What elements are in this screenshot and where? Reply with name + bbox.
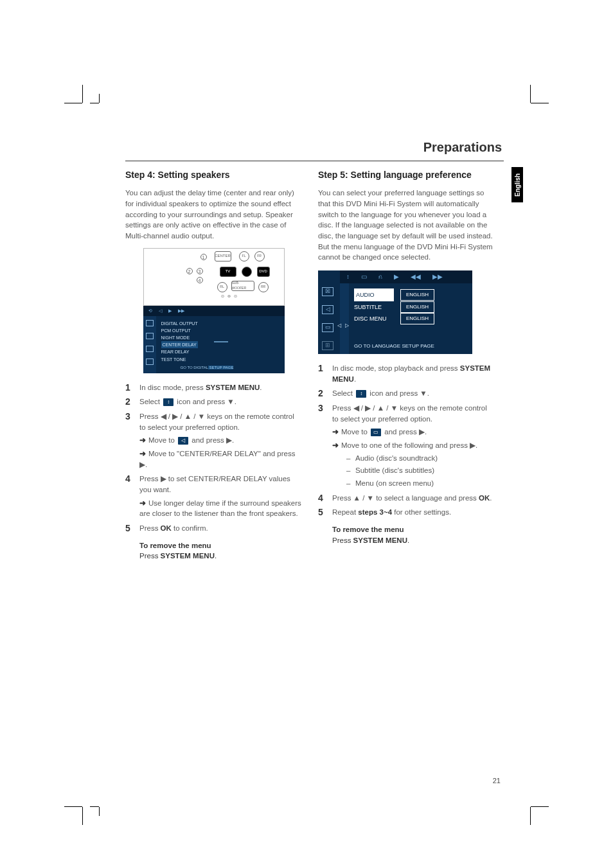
osd-left-icon: ◁ (322, 305, 333, 314)
step-number: 4 (125, 472, 130, 485)
crop-mark (82, 807, 83, 825)
osd-top-icon: ▶▶ (178, 308, 184, 314)
step-number: 3 (125, 410, 130, 423)
osd-top-icon: ▶ (394, 272, 399, 282)
arrow-icon: ➜ (332, 428, 339, 436)
speaker-icon: ◁ (178, 437, 188, 445)
step-number: 2 (318, 387, 323, 400)
speaker-rl: RL (217, 282, 227, 292)
osd-top-icon: ▶ (168, 308, 172, 314)
osd-left-icon: ▭ (322, 323, 333, 332)
step-number: 2 (125, 395, 130, 408)
remove-title: To remove the menu (332, 526, 404, 533)
speaker-fr: FR (254, 251, 265, 261)
step5-list: 1 In disc mode, stop playback and press … (318, 363, 495, 518)
osd-screenshot-figure: ⟲ ◁ ▶ ▶▶ DIGITAL OUTPUT PCM OUTPUT NIGHT… (143, 306, 285, 373)
osd-top-icon: ⎌ (378, 272, 382, 282)
speaker-fl: FL (239, 251, 249, 261)
osd-footer: GO TO DIGITAL SETUP PAGE (181, 365, 234, 371)
osd-top-icon: ◀◀ (411, 272, 421, 282)
osd-top-icon: ▭ (361, 272, 367, 282)
step4-list: 1 In disc mode, press SYSTEM MENU. 2 Sel… (125, 382, 302, 534)
crop-mark (530, 807, 531, 825)
osd-footer: GO TO LANGUAGE SETUP PAGE (354, 342, 434, 350)
display-icon: ▭ (371, 429, 381, 436)
callout-1: 1 (200, 254, 207, 260)
osd-left-icon (146, 320, 154, 326)
crop-mark (531, 103, 549, 103)
step-number: 5 (125, 522, 130, 535)
arrow-icon: ➜ (332, 441, 339, 449)
arrow-icon: ➜ (139, 436, 146, 444)
remove-menu-block: To remove the menu Press SYSTEM MENU. (318, 524, 495, 545)
crop-mark (99, 94, 100, 103)
page: Preparations English Step 4: Setting spe… (0, 0, 613, 868)
osd-menu-item-highlight: CENTER DELAY (161, 341, 198, 348)
osd-left-icon: ⊞ (322, 341, 333, 350)
dash-item: Subtitle (disc's subtitles) (332, 465, 495, 476)
list-item: 4 Press ▲ / ▼ to select a language and p… (318, 493, 495, 504)
callout-4: 4 (197, 277, 203, 283)
step5-intro: You can select your preferred language s… (318, 188, 495, 263)
osd-row: DISC MENUENGLISH (354, 313, 434, 324)
crop-mark (64, 806, 82, 807)
step-number: 4 (318, 492, 323, 504)
osd-menu-item: NIGHT MODE (161, 334, 198, 341)
slider-icon: ↕ (356, 390, 366, 398)
list-item: 4 Press ▶ to set CENTER/REAR DELAY value… (125, 474, 302, 519)
speaker-bottom-icons: ⊙ ⊛ ⊙ (221, 294, 237, 299)
osd-menu-item: REAR DELAY (161, 348, 198, 355)
header-rule (125, 161, 504, 161)
crop-mark (90, 806, 99, 807)
person-icon (242, 267, 252, 277)
step-number: 5 (318, 506, 323, 518)
crop-mark (99, 807, 100, 816)
osd-top-icon: ⟲ (148, 308, 152, 314)
osd-value-box (214, 341, 228, 342)
osd-menu-item: TEST TONE (161, 356, 198, 363)
callout-2: 2 (186, 268, 193, 274)
step5-title: Step 5: Setting language preference (318, 168, 495, 181)
osd-top-icon: ▶▶ (432, 272, 443, 282)
language-osd-figure: ↕ ▭ ⎌ ▶ ◀◀ ▶▶ ☒ ◁ ▭ ⊞ ◁▷ AUDIOENGLISH SU… (318, 270, 472, 354)
speaker-layout-figure: CENTER FL FR TV DVD RL SUB-WOOFER RR ⊙ ⊛… (143, 248, 285, 373)
slider-icon: ↕ (163, 398, 173, 406)
list-item: 1 In disc mode, stop playback and press … (318, 363, 495, 384)
step4-intro: You can adjust the delay time (center an… (125, 188, 302, 241)
step-number: 1 (318, 362, 323, 375)
page-title: Preparations (423, 140, 502, 155)
osd-row: SUBTITLEENGLISH (354, 301, 434, 313)
osd-menu-item: DIGITAL OUTPUT (161, 320, 198, 327)
crop-mark (90, 103, 99, 103)
language-tab: English (511, 167, 523, 202)
step-number: 3 (318, 402, 323, 414)
osd-left-icon (146, 359, 154, 365)
remove-title: To remove the menu (139, 542, 211, 549)
crop-mark (531, 806, 549, 807)
callout-3: 3 (197, 268, 203, 274)
arrow-icon: ➜ (139, 450, 146, 457)
list-item: 1 In disc mode, press SYSTEM MENU. (125, 382, 302, 393)
list-item: 5 Repeat steps 3~4 for other settings. (318, 507, 495, 518)
speaker-tv: TV (220, 267, 236, 277)
osd-top-icon: ↕ (346, 272, 350, 282)
list-item: 2 Select ↕ icon and press ▼. (318, 388, 495, 399)
column-step5: Step 5: Setting language preference You … (318, 168, 495, 545)
list-item: 3 Press ◀ / ▶ / ▲ / ▼ keys on the remote… (318, 403, 495, 489)
osd-menu: DIGITAL OUTPUT PCM OUTPUT NIGHT MODE CEN… (161, 320, 198, 363)
osd-left-icon (146, 346, 154, 352)
osd-menu-item: PCM OUTPUT (161, 327, 198, 334)
osd-left-icon: ☒ (322, 287, 333, 296)
remove-menu-block: To remove the menu Press SYSTEM MENU. (125, 540, 302, 562)
speaker-sub: SUB-WOOFER (231, 281, 254, 291)
crop-mark (64, 103, 82, 103)
crop-mark (530, 85, 531, 103)
speaker-rr: RR (258, 282, 269, 292)
dash-item: Audio (disc's soundtrack) (332, 453, 495, 464)
crop-mark (82, 85, 83, 103)
step4-title: Step 4: Setting speakers (125, 168, 302, 181)
osd-left-icon (146, 333, 154, 339)
list-item: 5 Press OK to confirm. (125, 523, 302, 534)
page-number: 21 (493, 777, 501, 784)
dash-item: Menu (on screen menu) (332, 478, 495, 489)
